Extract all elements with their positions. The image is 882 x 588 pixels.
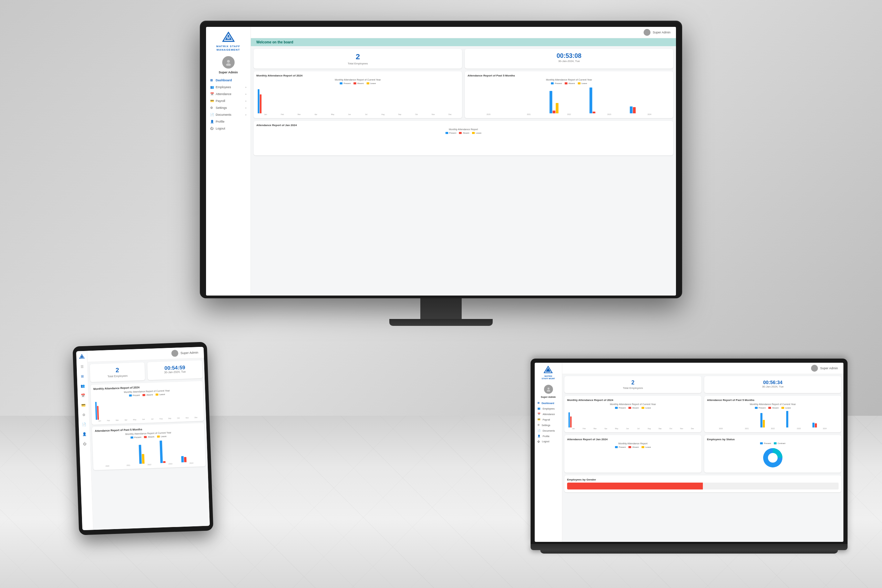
laptop-nav-documents[interactable]: 📄 Documents [535, 428, 562, 434]
tablet-nav-menu[interactable]: ☰ [79, 363, 86, 370]
tablet-nav-profile[interactable]: 👤 [81, 431, 88, 438]
sidebar-item-profile[interactable]: 👤 Profile [206, 118, 250, 125]
laptop-base-bottom [540, 550, 838, 554]
laptop-nav-profile[interactable]: 👤 Profile [535, 434, 562, 439]
t-bar-jan [95, 402, 104, 420]
l-leg-absent: Absent [628, 407, 639, 409]
tablet-bezel: ☰ ⊞ 👥 📅 💳 ⚙ 📄 👤 ⏻ Super Admin [73, 342, 214, 535]
jan2024-chart-area [256, 135, 670, 153]
sidebar-item-dashboard[interactable]: ⊞ Dashboard [206, 77, 250, 84]
lb-jan [568, 412, 578, 428]
tablet-main: Super Admin 2 Total Employees 00:54:59 3… [87, 347, 210, 530]
monthly-bar-chart [256, 86, 459, 113]
l-leg-leave: Leave [642, 407, 651, 409]
tablet-nav-settings[interactable]: ⚙ [81, 412, 87, 418]
tablet-nav-dashboard[interactable]: ⊞ [79, 373, 86, 380]
bar-2023-present [590, 87, 592, 113]
laptop-nav-settings[interactable]: ⚙ Settings [535, 422, 562, 428]
past5-x-axis: 2020 2021 2022 2023 2024 [468, 113, 670, 116]
jan2024-card: Attendance Report of Jan 2024 Monthly At… [254, 121, 673, 155]
topbar-username: Super Admin [652, 31, 670, 34]
laptop-emp-label: Total Employees [623, 387, 643, 390]
bar-group-jan [258, 89, 273, 113]
laptop-monthly-sub: Monthly Attendance Report of Current Yea… [567, 403, 699, 405]
les-leg-contract: Contract [774, 442, 786, 444]
lb-jan-p [568, 412, 570, 428]
laptop-nav-dashboard[interactable]: ⊞ Dashboard [535, 400, 562, 406]
sidebar-item-logout[interactable]: ⏻ Logout [206, 125, 250, 132]
laptop-past5-card: Attendance Report of Past 5 Months Month… [704, 396, 842, 432]
settings-icon: ⚙ [210, 106, 214, 110]
t-leg-present: Present [129, 394, 140, 396]
sidebar-item-documents[interactable]: 📄 Documents › [206, 111, 250, 118]
sidebar-item-attendance[interactable]: 📅 Attendance › [206, 91, 250, 98]
lp5-leg-leave: Leave [782, 407, 791, 409]
tablet-past5-barchart [95, 438, 202, 465]
laptop-nav-employees[interactable]: 👥 Employees [535, 406, 562, 411]
emp-status-pie [707, 446, 838, 470]
documents-icon: 📄 [210, 113, 214, 116]
laptop-emp-status-legend: Present Contract [707, 442, 838, 444]
sidebar-item-payroll[interactable]: 💳 Payroll › [206, 98, 250, 104]
laptop-past5-legend: Present Absent Leave [707, 407, 838, 409]
monthly-legend: Present Absent Leave [256, 82, 459, 84]
tablet-time-card: 00:54:59 30-Jan-2024, Tue [147, 360, 202, 380]
laptop-jan2024-sub: Monthly Attendance Report [567, 442, 699, 445]
employees-stat-card: 2 Total Employees [254, 49, 462, 69]
t5-2024-p [181, 456, 184, 462]
lp5-2022-l [763, 420, 765, 428]
logo-text: MATRIX STAFF MANAGEMENT [206, 45, 250, 51]
monitor-stand-neck [420, 298, 462, 319]
laptop-stat-cards: 2 Total Employees 00:56:34 30-Jan-2024, … [564, 376, 842, 393]
laptop-employees-card: 2 Total Employees [564, 376, 702, 393]
t5-2023 [159, 440, 180, 463]
bar-2024 [630, 106, 669, 113]
dashboard-icon: ⊞ [210, 78, 214, 82]
laptop-past5-title: Attendance Report of Past 5 Months [707, 399, 838, 402]
profile-icon: 👤 [210, 120, 214, 123]
tablet-nav-logout[interactable]: ⏻ [82, 441, 88, 447]
laptop-monthly-card: Monthly Attendance Report of 2024 Monthl… [564, 396, 702, 432]
lp5-leg-present: Present [755, 407, 766, 409]
bar-2023 [590, 87, 629, 113]
laptop-emp-count: 2 [632, 380, 634, 386]
bar-2024-present [630, 106, 633, 113]
logo-icon: M [222, 31, 236, 45]
laptop-topbar-user: Super Admin [820, 366, 838, 370]
time-stat-card: 00:53:08 30-Jan-2024, Tue [465, 49, 673, 69]
sidebar-item-employees[interactable]: 👥 Employees › [206, 84, 250, 91]
t5-2024-a [184, 457, 187, 462]
lp5-2022 [760, 413, 785, 428]
t-leg-absent: Absent [142, 394, 153, 396]
laptop-profile-icon: 👤 [537, 435, 541, 438]
laptop-nav-logout[interactable]: ⏻ Logout [535, 439, 562, 444]
laptop-past5-xaxis: 2020 2021 2022 2023 2024 [707, 428, 838, 429]
tablet-nav-attendance[interactable]: 📅 [80, 392, 87, 399]
past5-legend: Present Absent Leave [468, 82, 670, 84]
laptop-past5-sub: Monthly Attendance Report of Current Yea… [707, 403, 838, 405]
t5-2022-l [142, 454, 145, 464]
laptop-nav-payroll[interactable]: 💳 Payroll [535, 417, 562, 422]
lp5-2023 [786, 411, 811, 428]
laptop-settings-icon: ⚙ [537, 424, 540, 426]
laptop-logo-text: MATRIXSTAFF MGMT [542, 375, 555, 380]
desktop-main: Super Admin Welcome on the board 2 Total… [251, 27, 676, 296]
tablet-nav-documents[interactable]: 📄 [81, 421, 87, 428]
svg-point-4 [226, 63, 231, 66]
tablet-stat-cards: 2 Total Employees 00:54:59 30-Jan-2024, … [90, 360, 202, 382]
sidebar-item-settings[interactable]: ⚙ Settings › [206, 104, 250, 111]
employees-icon: 👥 [210, 86, 214, 89]
bar-2022-leave [556, 103, 558, 113]
t5-leg-absent: Absent [144, 436, 154, 438]
jan2024-legend: Present Absent Leave [256, 132, 670, 134]
tablet-nav-payroll[interactable]: 💳 [80, 402, 87, 408]
t5-leg-present: Present [130, 436, 141, 438]
laptop-nav-attendance[interactable]: 📅 Attendance [535, 411, 562, 417]
dashboard-body: 2 Total Employees 00:53:08 30-Jan-2024, … [251, 46, 676, 296]
lj-leg-absent: Absent [628, 446, 639, 448]
t5-2023-p [159, 441, 163, 463]
jan-legend-leave: Leave [472, 132, 481, 134]
laptop-dashboard-icon: ⊞ [537, 402, 540, 404]
topbar-avatar [644, 29, 651, 36]
tablet-nav-employees[interactable]: 👥 [80, 383, 86, 389]
